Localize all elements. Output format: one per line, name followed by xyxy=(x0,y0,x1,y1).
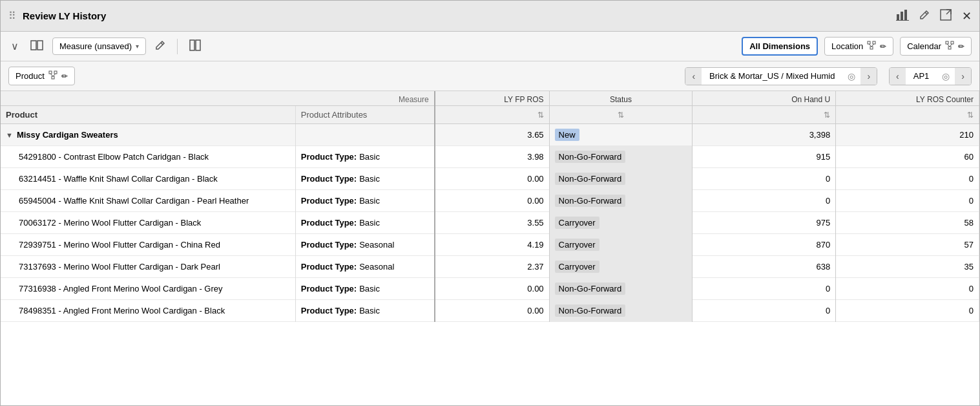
window-title: Review LY History xyxy=(23,10,106,21)
table-row: 77316938 - Angled Front Merino Wool Card… xyxy=(1,278,979,300)
dropdown-arrow-icon: ▾ xyxy=(136,43,139,50)
ly-ros-sort-icon[interactable]: ⇅ xyxy=(967,111,974,120)
on-hand-cell: 0 xyxy=(693,300,836,322)
svg-line-6 xyxy=(946,10,951,14)
attr-value: Basic xyxy=(359,174,380,184)
product-col-subheader: Product xyxy=(6,110,37,120)
chart-icon[interactable] xyxy=(896,9,909,23)
expand-icon[interactable] xyxy=(940,9,952,23)
attr-label: Product Type: xyxy=(301,262,357,272)
svg-rect-1 xyxy=(901,12,903,20)
attr-value: Basic xyxy=(359,196,380,206)
calendar-nav-target-icon[interactable]: ◎ xyxy=(937,68,955,85)
toolbar-row2: Product ✏ ‹ Brick & Mortar_US / Mixed Hu… xyxy=(1,61,979,91)
status-cell: Carryover xyxy=(549,256,693,278)
collapse-button[interactable]: ∨ xyxy=(8,37,21,55)
title-bar-right: ✕ xyxy=(896,9,972,23)
attr-label: Product Type: xyxy=(301,174,357,184)
table-row: ▼ Missy Cardigan Sweaters 3.65New3,39821… xyxy=(1,124,979,146)
product-cell: 73137693 - Merino Wool Flutter Cardigan … xyxy=(1,256,295,278)
ly-fp-ros-cell: 3.65 xyxy=(435,124,549,146)
on-hand-col-header: On Hand U xyxy=(791,95,830,104)
attr-value: Seasonal xyxy=(359,240,394,250)
svg-rect-13 xyxy=(873,41,875,44)
product-label: Product xyxy=(16,71,45,81)
attr-cell: Product Type:Basic xyxy=(295,212,434,234)
measure-col-header: Measure xyxy=(399,95,429,104)
data-table: Measure LY FP ROS Status On Hand U LY RO… xyxy=(1,91,979,322)
on-hand-sort-icon[interactable]: ⇅ xyxy=(824,111,830,120)
measure-button[interactable]: Measure (unsaved) ▾ xyxy=(52,37,146,55)
all-dimensions-button[interactable]: All Dimensions xyxy=(742,37,818,56)
location-nav-prev-button[interactable]: ‹ xyxy=(685,68,702,85)
on-hand-cell: 0 xyxy=(693,168,836,190)
svg-line-20 xyxy=(947,44,950,47)
location-nav-next-button[interactable]: › xyxy=(860,68,877,85)
ly-fp-ros-cell: 3.55 xyxy=(435,212,549,234)
status-sort-icon[interactable]: ⇅ xyxy=(618,111,624,120)
attr-value: Basic xyxy=(359,218,380,228)
drag-handle-icon[interactable]: ⠿ xyxy=(8,10,16,22)
ly-fp-ros-cell: 0.00 xyxy=(435,278,549,300)
status-cell: New xyxy=(549,124,693,146)
svg-rect-8 xyxy=(37,41,43,50)
attr-cell: Product Type:Seasonal xyxy=(295,234,434,256)
calendar-nav-next-button[interactable]: › xyxy=(955,68,971,85)
attr-value: Basic xyxy=(359,284,380,294)
ly-ros-cell: 0 xyxy=(836,190,979,212)
svg-line-25 xyxy=(50,74,53,76)
location-nav-target-icon[interactable]: ◎ xyxy=(842,68,860,85)
table-row: 70063172 - Merino Wool Flutter Cardigan … xyxy=(1,212,979,234)
on-hand-cell: 638 xyxy=(693,256,836,278)
ly-fp-ros-sort-icon[interactable]: ⇅ xyxy=(537,111,544,120)
attr-label: Product Type: xyxy=(301,196,357,206)
toolbar-separator-1 xyxy=(177,39,178,54)
measure-edit-button[interactable] xyxy=(152,37,168,55)
status-badge: Carryover xyxy=(555,239,599,251)
status-cell: Non-Go-Forward xyxy=(549,190,693,212)
attr-value: Seasonal xyxy=(359,262,394,272)
svg-line-16 xyxy=(871,44,874,47)
measure-label: Measure (unsaved) xyxy=(59,41,132,51)
panel-toggle-button[interactable] xyxy=(187,37,203,56)
table-row: 72939751 - Merino Wool Flutter Cardigan … xyxy=(1,234,979,256)
calendar-label: Calendar xyxy=(907,41,941,51)
ly-ros-cell: 210 xyxy=(836,124,979,146)
location-button[interactable]: Location ✏ xyxy=(824,37,893,56)
svg-rect-10 xyxy=(190,40,194,50)
product-cell: 63214451 - Waffle Knit Shawl Collar Card… xyxy=(1,168,295,190)
location-nav: ‹ Brick & Mortar_US / Mixed Humid ◎ › xyxy=(685,67,877,85)
product-button[interactable]: Product ✏ xyxy=(8,67,75,85)
on-hand-cell: 3,398 xyxy=(693,124,836,146)
ly-ros-cell: 0 xyxy=(836,278,979,300)
location-nav-label: Brick & Mortar_US / Mixed Humid xyxy=(702,68,842,84)
product-edit-icon[interactable]: ✏ xyxy=(61,72,68,81)
edit-icon[interactable] xyxy=(919,10,930,23)
ly-fp-ros-cell: 0.00 xyxy=(435,190,549,212)
svg-rect-23 xyxy=(54,71,57,74)
table-row: 54291800 - Contrast Elbow Patch Caridgan… xyxy=(1,146,979,168)
status-badge: Non-Go-Forward xyxy=(555,304,626,317)
calendar-nav-prev-button[interactable]: ‹ xyxy=(890,68,906,85)
calendar-button[interactable]: Calendar ✏ xyxy=(900,37,972,56)
svg-rect-2 xyxy=(904,10,907,20)
ly-ros-cell: 58 xyxy=(836,212,979,234)
calendar-nav: ‹ AP1 ◎ › xyxy=(889,67,972,85)
product-cell: 54291800 - Contrast Elbow Patch Caridgan… xyxy=(1,146,295,168)
expand-icon[interactable]: ▼ xyxy=(6,131,13,139)
svg-rect-0 xyxy=(897,14,899,20)
status-badge: Non-Go-Forward xyxy=(555,195,626,207)
close-icon[interactable]: ✕ xyxy=(962,9,972,23)
location-edit-icon[interactable]: ✏ xyxy=(880,42,886,51)
layout-button[interactable] xyxy=(28,37,46,55)
calendar-edit-icon[interactable]: ✏ xyxy=(958,42,964,51)
ly-fp-ros-cell: 0.00 xyxy=(435,168,549,190)
svg-rect-7 xyxy=(31,41,36,50)
toolbar-row1: ∨ Measure (unsaved) ▾ All xyxy=(1,32,979,61)
status-cell: Carryover xyxy=(549,234,693,256)
status-badge: New xyxy=(555,129,579,141)
collapse-arrow-icon: ∨ xyxy=(11,41,19,52)
attr-cell xyxy=(295,124,434,146)
attr-cell: Product Type:Seasonal xyxy=(295,256,434,278)
ly-ros-cell: 35 xyxy=(836,256,979,278)
